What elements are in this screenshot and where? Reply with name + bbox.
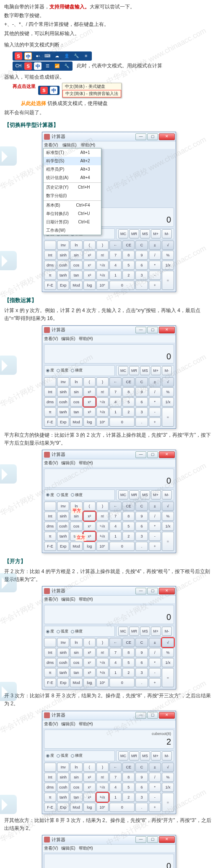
close-button[interactable]: ✕ [159,133,175,140]
key-/[interactable]: / [149,512,161,521]
key-%[interactable]: % [162,648,174,657]
menu-edit[interactable]: 编辑(E) [62,143,76,147]
key-[interactable] [44,763,56,772]
key-=[interactable]: = [162,407,174,427]
key-[interactable] [44,241,56,250]
key-cos[interactable]: cos [70,397,82,407]
menu-help[interactable]: 帮助(H) [81,143,95,147]
key-←[interactable]: ← [109,502,122,511]
key-([interactable]: ( [83,502,96,511]
key-Inv[interactable]: Inv [57,377,69,387]
key-Inv[interactable]: Inv [57,638,69,647]
key-√[interactable]: √ [162,502,174,511]
key-10ˣ[interactable]: 10ˣ [96,542,109,551]
key-cosh[interactable]: cosh [57,658,69,667]
close-button[interactable]: ✕ [159,712,175,719]
key-tanh[interactable]: tanh [57,407,69,417]
key-Mod[interactable]: Mod [70,678,82,687]
key-xʸ[interactable]: xʸ [83,658,96,667]
key-dms[interactable]: dms [44,783,56,792]
key-tanh[interactable]: tanh [57,668,69,677]
key-±[interactable]: ± [149,377,161,387]
key-xʸ[interactable]: xʸ [83,783,96,792]
key-2[interactable]: 2 [122,532,135,541]
key-+[interactable]: + [149,542,161,551]
key-1/x[interactable]: 1/x [162,783,174,792]
key-*[interactable]: * [149,783,161,792]
key-2[interactable]: 2 [122,668,135,677]
key-ln[interactable]: ln [70,638,82,647]
key-2[interactable]: 2 [122,793,135,802]
key-.[interactable]: . [135,417,148,427]
key-ln[interactable]: ln [70,241,82,250]
close-button[interactable]: ✕ [159,836,175,843]
key-9[interactable]: 9 [135,773,148,782]
key-5[interactable]: 5 [122,522,135,531]
max-button[interactable]: ▢ [147,588,158,594]
key-Mod[interactable]: Mod [70,417,82,427]
key-CE[interactable]: CE [122,241,135,250]
key-log[interactable]: log [83,803,96,812]
key-7[interactable]: 7 [109,648,122,657]
key-1[interactable]: 1 [109,532,122,541]
key-8[interactable]: 8 [122,773,135,782]
key-)[interactable]: ) [96,763,109,772]
key-*[interactable]: * [149,522,161,531]
key-←[interactable]: ← [109,638,122,647]
key-3[interactable]: 3 [135,532,148,541]
key-π[interactable]: π [44,532,56,541]
key-4[interactable]: 4 [109,522,122,531]
key-%[interactable]: % [162,773,174,782]
key-1/x[interactable]: 1/x [162,658,174,667]
key-x²[interactable]: x² [83,251,96,260]
key-cos[interactable]: cos [70,261,82,270]
key-3[interactable]: 3 [135,407,148,417]
key-F-E[interactable]: F-E [44,281,56,290]
key-1[interactable]: 1 [109,407,122,417]
key-Exp[interactable]: Exp [57,803,69,812]
key-9[interactable]: 9 [135,251,148,260]
key-)[interactable]: ) [96,638,109,647]
key-1[interactable]: 1 [109,793,122,802]
min-button[interactable]: — [135,133,146,140]
key--[interactable]: - [149,532,161,541]
key-7[interactable]: 7 [109,251,122,260]
key-cosh[interactable]: cosh [57,783,69,792]
key-)[interactable]: ) [96,241,109,250]
key-F-E[interactable]: F-E [44,417,56,427]
key-log[interactable]: log [83,678,96,687]
key-x²[interactable]: x² [83,387,96,397]
key-5[interactable]: 5 [122,658,135,667]
key-tanh[interactable]: tanh [57,793,69,802]
key-√[interactable]: √ [162,638,174,647]
key-CE[interactable]: CE [122,502,135,511]
key-cosh[interactable]: cosh [57,397,69,407]
key-cos[interactable]: cos [70,658,82,667]
key-F-E[interactable]: F-E [44,542,56,551]
key-Mod[interactable]: Mod [70,281,82,290]
key-³√x[interactable]: ³√x [96,532,109,541]
max-button[interactable]: ▢ [147,133,158,140]
key-C[interactable]: C [135,241,148,250]
key-F-E[interactable]: F-E [44,678,56,687]
key-8[interactable]: 8 [122,387,135,397]
key-([interactable]: ( [83,377,96,387]
key-dms[interactable]: dms [44,658,56,667]
key-sin[interactable]: sin [70,251,82,260]
key-³√x[interactable]: ³√x [96,407,109,417]
key-%[interactable]: % [162,512,174,521]
key-cos[interactable]: cos [70,522,82,531]
key-([interactable]: ( [83,763,96,772]
key-5[interactable]: 5 [122,261,135,270]
key-3[interactable]: 3 [135,793,148,802]
key-0[interactable]: 0 [109,281,135,290]
key-3[interactable]: 3 [135,668,148,677]
key-tan[interactable]: tan [70,793,82,802]
key-sinh[interactable]: sinh [57,387,69,397]
key-([interactable]: ( [83,638,96,647]
key-log[interactable]: log [83,281,96,290]
key-n![interactable]: n! [96,251,109,260]
key-10ˣ[interactable]: 10ˣ [96,417,109,427]
key-ʸ√x[interactable]: ʸ√x [96,658,109,667]
key-ln[interactable]: ln [70,763,82,772]
